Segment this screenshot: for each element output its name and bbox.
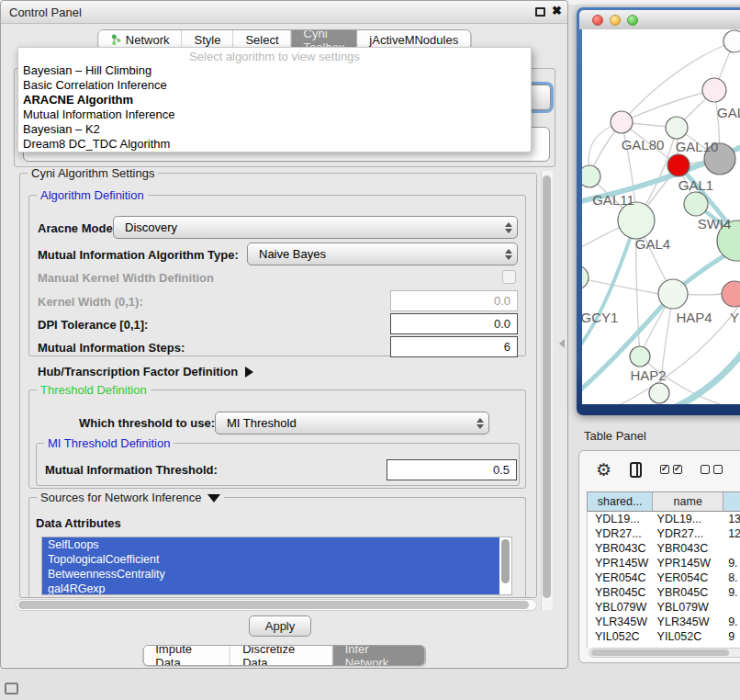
select-all-icon[interactable] — [660, 465, 682, 474]
dropdown-option[interactable]: Bayesian – Hill Climbing — [18, 63, 531, 78]
network-node-gal1[interactable] — [667, 154, 690, 176]
table-row[interactable]: YLR345W YLR345W 9. — [588, 615, 740, 629]
table-body[interactable]: YDL19... YDL19... 13 YDR27... YDR27... 1… — [587, 512, 740, 648]
network-node-gal11[interactable] — [582, 165, 600, 187]
tab-jactivemnodules-label: jActiveMNodules — [369, 33, 458, 47]
dropdown-option[interactable]: Basic Correlation Inference — [18, 78, 531, 93]
control-panel-title: Control Panel — [9, 6, 82, 19]
mi-steps-label: Mutual Information Steps: — [38, 341, 185, 355]
tab-infer-network[interactable]: Infer Network — [333, 646, 425, 665]
attribute-item[interactable]: TopologicalCoefficient — [42, 552, 499, 567]
close-icon[interactable]: ✖ — [552, 4, 562, 17]
spinner-arrows-icon — [472, 418, 488, 429]
network-node[interactable] — [649, 383, 669, 403]
mi-steps-field[interactable]: 6 — [390, 336, 518, 357]
cell: YPR145W — [588, 556, 654, 570]
cell: YPR145W — [654, 556, 725, 570]
table-row[interactable]: YBL079W YBL079W — [588, 600, 740, 615]
settings-horizontal-scrollbar[interactable] — [16, 599, 537, 611]
hub-definition-expander[interactable]: Hub/Transcription Factor Definition — [38, 365, 253, 378]
table-row[interactable]: YDR27... YDR27... 12 — [588, 526, 740, 541]
network-node-gal4[interactable] — [618, 202, 655, 239]
network-node-gal10[interactable] — [666, 117, 688, 139]
collapse-down-icon[interactable] — [207, 494, 220, 502]
attribute-list-scrollbar-thumb[interactable] — [501, 539, 510, 583]
data-attributes-list[interactable]: SelfLoops TopologicalCoefficient Between… — [41, 536, 512, 595]
spinner-arrows-icon — [500, 249, 517, 260]
table-row[interactable]: YIL052C YIL052C 9 — [588, 629, 740, 644]
dropdown-option[interactable]: Bayesian – K2 — [18, 122, 531, 137]
attribute-item[interactable]: gal4RGexp — [42, 581, 499, 595]
column-header-name[interactable]: name — [653, 492, 723, 511]
table-row[interactable]: YBR043C YBR043C — [588, 541, 740, 556]
apply-button[interactable]: Apply — [249, 615, 311, 637]
tab-discretize-data[interactable]: Discretize Data — [230, 646, 332, 665]
cell: YBR043C — [588, 541, 654, 556]
dropdown-placeholder: Select algorithm to view settings — [18, 48, 531, 63]
table-row[interactable]: YER054C YER054C 8. — [588, 570, 740, 585]
table-row[interactable]: YBR045C YBR045C 9. — [588, 585, 740, 600]
tab-impute-data[interactable]: Impute Data — [143, 646, 230, 665]
network-node[interactable] — [723, 30, 740, 52]
kernel-width-field[interactable]: 0.0 — [390, 290, 518, 311]
network-node-swi4[interactable] — [684, 192, 708, 216]
column-header-cut[interactable] — [723, 492, 740, 511]
node-label: GAL80 — [622, 137, 665, 152]
cell — [724, 600, 740, 615]
manual-kernel-width-checkbox[interactable] — [502, 270, 516, 284]
network-node-hap4[interactable] — [658, 279, 688, 309]
minimize-traffic-light-icon[interactable] — [610, 15, 621, 26]
settings-vertical-scrollbar-thumb[interactable] — [543, 175, 551, 598]
close-traffic-light-icon[interactable] — [592, 15, 603, 26]
which-threshold-label: Which threshold to use: — [79, 416, 215, 430]
mi-threshold-field[interactable]: 0.5 — [387, 459, 517, 480]
mi-algorithm-type-label: Mutual Information Algorithm Type: — [38, 248, 239, 262]
column-layout-icon[interactable] — [630, 462, 642, 478]
network-window-titlebar[interactable] — [579, 10, 740, 29]
deselect-all-icon[interactable] — [701, 465, 723, 474]
float-panel-icon[interactable] — [535, 7, 545, 17]
dock-panel-icon[interactable] — [5, 683, 18, 694]
hub-definition-label: Hub/Transcription Factor Definition — [38, 365, 238, 378]
network-canvas[interactable]: GAL GAL80 GAL10 GAL1 GAL11 SWI4 GAL4 GCY… — [582, 29, 740, 404]
apply-button-label: Apply — [265, 619, 296, 633]
sources-title: Sources for Network Inference — [37, 491, 224, 504]
table-panel-window: ⚙ shared... name YDL19... YDL19... 13 YD… — [578, 450, 740, 663]
dropdown-option[interactable]: Mutual Information Inference — [18, 107, 531, 122]
network-node-gcy1[interactable] — [582, 265, 589, 289]
dpi-tolerance-field[interactable]: 0.0 — [390, 313, 518, 334]
aracne-mode-label: Aracne Mode: — [38, 221, 117, 235]
network-node[interactable] — [702, 78, 726, 102]
table-row[interactable]: YPR145W YPR145W 9. — [588, 556, 740, 570]
gear-icon[interactable]: ⚙ — [596, 461, 611, 479]
tab-network-label: Network — [126, 33, 170, 47]
zoom-traffic-light-icon[interactable] — [627, 15, 638, 26]
dropdown-option[interactable]: Dream8 DC_TDC Algorithm — [18, 137, 531, 152]
table-horizontal-scrollbar-thumb[interactable] — [591, 649, 729, 656]
attribute-item[interactable]: SelfLoops — [42, 537, 499, 552]
aracne-mode-combobox[interactable]: Discovery — [113, 216, 518, 239]
network-node[interactable] — [722, 281, 740, 307]
node-label: GAL4 — [635, 236, 670, 252]
attribute-item[interactable]: BetweennessCentrality — [42, 567, 499, 581]
dropdown-option-selected[interactable]: ARACNE Algorithm — [18, 93, 531, 107]
control-panel-titlebar: Control Panel ✖ — [1, 1, 567, 24]
which-threshold-combobox[interactable]: MI Threshold — [215, 412, 489, 435]
algorithm-definition-title: Algorithm Definition — [37, 188, 148, 202]
node-label: SWI4 — [698, 216, 732, 231]
node-label: GCY1 — [582, 310, 618, 325]
network-graph: GAL GAL80 GAL10 GAL1 GAL11 SWI4 GAL4 GCY… — [582, 29, 740, 404]
settings-horizontal-scrollbar-thumb[interactable] — [18, 601, 529, 609]
node-label: Y — [730, 310, 739, 325]
cell: YBR043C — [654, 541, 725, 556]
cell: 9. — [724, 556, 740, 570]
network-node-hap2[interactable] — [630, 346, 650, 367]
table-horizontal-scrollbar[interactable] — [589, 648, 740, 658]
network-node-gal80[interactable] — [611, 111, 633, 133]
table-header-row: shared... name — [587, 491, 740, 512]
network-labels: GAL GAL80 GAL10 GAL1 GAL11 SWI4 GAL4 GCY… — [582, 105, 740, 383]
splitpane-collapse-arrow[interactable] — [559, 339, 565, 348]
mi-algorithm-type-combobox[interactable]: Naive Bayes — [247, 243, 518, 265]
column-header-shared[interactable]: shared... — [588, 492, 653, 511]
table-row[interactable]: YDL19... YDL19... 13 — [588, 512, 740, 526]
